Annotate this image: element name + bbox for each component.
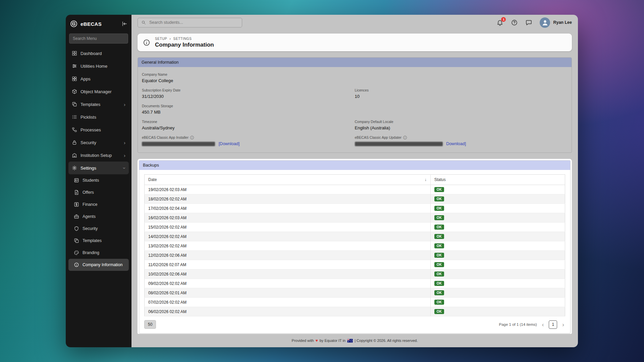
footer: Provided with ♥ by Equator IT in [131, 334, 578, 347]
backup-date: 07/02/2026 02:02 AM [145, 298, 431, 307]
sidebar-item-offers[interactable]: Offers [68, 186, 129, 198]
backup-date: 12/02/2026 02:06 AM [145, 251, 431, 260]
next-page-button[interactable]: › [561, 322, 565, 327]
chevron-right-icon: › [169, 37, 171, 41]
backup-date: 08/02/2026 02:01 AM [145, 288, 431, 298]
sidebar-item-settings[interactable]: Settings › [68, 162, 129, 174]
notification-badge: 1 [501, 17, 506, 22]
field-classic-app-updater: eBECAS Classic App Updater i Download] [355, 135, 568, 146]
briefcase-icon [74, 214, 79, 219]
field-default-locale: Company Default Locale English (Australi… [355, 120, 568, 130]
status-badge: OK [434, 225, 444, 230]
id-card-icon [74, 178, 79, 183]
sidebar-item-picklists[interactable]: Picklists [68, 111, 129, 123]
general-information-header: General Information [138, 58, 572, 67]
sliders-icon [72, 63, 77, 69]
backup-date: 06/02/2026 02:02 AM [145, 307, 431, 316]
sidebar-nav: Dashboard Utilities Home Apps Object Man… [66, 47, 131, 347]
sidebar-item-processes[interactable]: Processes [68, 123, 129, 136]
sidebar-item-security-settings[interactable]: Security [68, 223, 129, 235]
dollar-icon [74, 202, 79, 207]
help-button[interactable] [511, 19, 518, 26]
sidebar-item-agents[interactable]: Agents [68, 210, 129, 223]
topbar: 1 Ryan Lee [131, 15, 578, 30]
sidebar-item-company-information[interactable]: Company Information [68, 259, 129, 271]
pagination-bar: 50 Page 1 of 1 (14 items) ‹ 1 › [139, 316, 570, 332]
sidebar-item-dashboard[interactable]: Dashboard [68, 47, 129, 60]
redacted-updater-url [355, 142, 443, 146]
building-icon [72, 153, 77, 158]
sidebar: eBECAS Dashboard Utilities Home [66, 15, 131, 347]
lock-icon [72, 140, 77, 145]
status-badge: OK [434, 281, 444, 286]
heart-icon: ♥ [316, 338, 318, 343]
table-row: 11/02/2026 02:07 AMOK [145, 260, 565, 269]
status-badge: OK [434, 196, 444, 201]
backup-date: 17/02/2026 02:04 AM [145, 204, 431, 213]
breadcrumb-settings[interactable]: SETTINGS [173, 37, 192, 41]
user-menu[interactable]: Ryan Lee [540, 17, 572, 28]
student-search-input[interactable] [149, 20, 238, 25]
apps-icon [72, 76, 77, 81]
status-badge: OK [434, 290, 444, 295]
sidebar-item-templates[interactable]: Templates › [68, 98, 129, 111]
document-icon [74, 190, 79, 195]
backups-panel: Backups Date ↓ [139, 160, 571, 334]
sidebar-item-students[interactable]: Students [68, 174, 129, 186]
question-circle-icon [511, 19, 518, 26]
page-header-card: SETUP › SETTINGS Company Information [138, 34, 572, 51]
list-icon [72, 114, 77, 120]
table-row: 12/02/2026 02:06 AMOK [145, 251, 565, 260]
status-badge: OK [434, 243, 444, 248]
sidebar-item-finance[interactable]: Finance [68, 198, 129, 210]
chat-bubble-icon [525, 19, 532, 26]
sidebar-item-object-manager[interactable]: Object Manager [68, 85, 129, 98]
ebecas-app-window: eBECAS Dashboard Utilities Home [66, 15, 578, 347]
updater-download-link[interactable]: Download] [446, 141, 466, 146]
sidebar-item-institution-setup[interactable]: Institution Setup › [68, 149, 129, 162]
column-header-status[interactable]: Status [430, 175, 565, 185]
table-row: 09/02/2026 02:02 AMOK [145, 279, 565, 288]
backup-date: 14/02/2026 02:02 AM [145, 232, 431, 241]
table-row: 17/02/2026 02:04 AMOK [145, 204, 565, 213]
sidebar-item-utilities-home[interactable]: Utilities Home [68, 60, 129, 72]
breadcrumb-setup[interactable]: SETUP [155, 37, 167, 41]
backup-date: 18/02/2026 02:02 AM [145, 194, 431, 204]
sidebar-item-security[interactable]: Security › [68, 136, 129, 149]
general-information-panel: General Information Company Name Equator… [138, 57, 572, 153]
sidebar-item-branding[interactable]: Branding [68, 247, 129, 259]
sidebar-search-input[interactable] [69, 34, 128, 44]
sidebar-item-apps[interactable]: Apps [68, 72, 129, 85]
page-size-selector[interactable]: 50 [144, 320, 156, 329]
installer-download-link[interactable]: [Download] [219, 141, 240, 146]
redacted-installer-url [142, 142, 215, 146]
backup-date: 16/02/2026 02:03 AM [145, 213, 431, 223]
avatar [540, 17, 550, 28]
messages-button[interactable] [525, 19, 532, 26]
chevron-right-icon: › [124, 140, 125, 145]
sidebar-collapse-icon[interactable] [121, 21, 127, 27]
topbar-actions: 1 Ryan Lee [496, 17, 572, 28]
field-licences: Licences 10 [355, 88, 568, 99]
table-row: 07/02/2026 02:02 AMOK [145, 298, 565, 307]
info-tooltip-icon: i [403, 136, 407, 139]
table-row: 06/02/2026 02:02 AMOK [145, 307, 565, 316]
backups-highlight-frame: Backups Date ↓ [138, 159, 572, 334]
page-title: Company Information [155, 42, 214, 48]
person-icon [541, 18, 549, 26]
palette-icon [74, 250, 79, 255]
table-row: 08/02/2026 02:01 AMOK [145, 288, 565, 298]
status-badge: OK [434, 300, 444, 305]
column-header-date[interactable]: Date ↓ [145, 175, 431, 185]
backup-date: 09/02/2026 02:02 AM [145, 279, 431, 288]
settings-submenu: Students Offers Finance Agents [68, 174, 129, 271]
sidebar-item-templates-settings[interactable]: Templates [68, 235, 129, 247]
previous-page-button[interactable]: ‹ [541, 322, 545, 327]
pagination-controls: Page 1 of 1 (14 items) ‹ 1 › [499, 320, 566, 329]
dashboard-icon [72, 51, 77, 56]
notifications-button[interactable]: 1 [496, 19, 503, 26]
backup-date: 19/02/2026 02:03 AM [145, 185, 431, 194]
table-row: 18/02/2026 02:02 AMOK [145, 194, 565, 204]
main-area: 1 Ryan Lee [131, 15, 578, 347]
page-number-button[interactable]: 1 [549, 320, 557, 329]
